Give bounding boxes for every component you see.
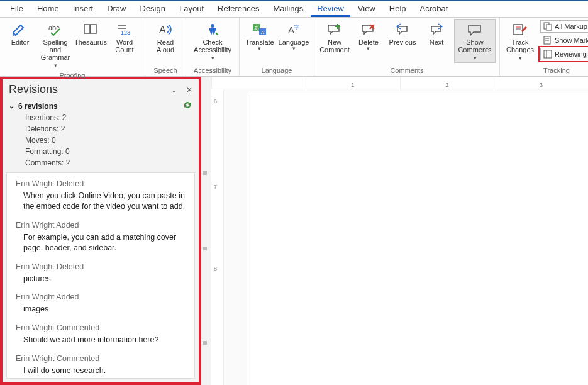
gutter-mark (203, 247, 207, 250)
tab-insert[interactable]: Insert (67, 1, 100, 17)
workspace: Revisions ⌄ ✕ ⌄ 6 revisions Insertions: … (0, 77, 588, 385)
revision-text: Should we add more information here? (16, 335, 186, 345)
document-area: 1 2 3 6 7 8 (201, 77, 588, 385)
group-accessibility: Check Accessibility ▾ Accessibility (186, 18, 240, 76)
thesaurus-icon (82, 22, 99, 37)
group-proofing: Editor abc Spelling and Grammar ▾ Thesau… (0, 18, 145, 76)
tab-file[interactable]: File (4, 1, 30, 17)
close-pane-icon[interactable]: ✕ (186, 86, 192, 94)
chevron-down-icon: ▾ (519, 55, 522, 61)
translate-icon: あA (251, 22, 269, 37)
svg-rect-2 (91, 25, 96, 33)
scroll-gutter[interactable] (201, 77, 211, 385)
tab-home[interactable]: Home (31, 1, 65, 17)
new-comment-label-1: New (328, 38, 341, 46)
markup-icon (543, 22, 552, 31)
language-button[interactable]: A字 Language▾ (277, 19, 310, 55)
reviewing-pane-icon (543, 50, 552, 59)
chevron-down-icon: ▾ (54, 62, 57, 69)
gutter-mark (203, 171, 207, 175)
translate-button[interactable]: あA Translate▾ (243, 19, 276, 55)
revision-item[interactable]: Erin Wright Commented I will do some res… (16, 354, 186, 376)
stat-deletions: Deletions: 2 (25, 123, 192, 135)
revision-item[interactable]: Erin Wright Added For example, you can a… (16, 221, 186, 254)
revision-meta: Erin Wright Added (16, 221, 186, 230)
vertical-ruler[interactable]: 6 7 8 (211, 89, 224, 385)
tab-references[interactable]: References (211, 1, 265, 17)
document-page[interactable] (247, 91, 588, 385)
track-changes-button[interactable]: Track Changes ▾ (504, 19, 536, 63)
summary-toggle-icon[interactable]: ⌄ (9, 102, 14, 110)
word-count-label-1: Word (116, 38, 133, 46)
svg-text:字: 字 (294, 25, 299, 30)
tab-help[interactable]: Help (383, 1, 413, 17)
revision-item[interactable]: Erin Wright Deleted When you click Onlin… (16, 179, 186, 212)
editor-button[interactable]: Editor (4, 19, 36, 55)
thesaurus-label: Thesaurus (74, 38, 107, 46)
word-count-label-2: Count (115, 46, 133, 53)
revision-text: For example, you can add a matching cove… (16, 232, 186, 254)
previous-comment-icon (394, 22, 411, 37)
tab-design[interactable]: Design (134, 1, 172, 17)
svg-rect-22 (546, 25, 552, 30)
tab-mailings[interactable]: Mailings (267, 1, 310, 17)
svg-text:A: A (159, 25, 166, 35)
previous-comment-button[interactable]: Previous (386, 19, 419, 55)
next-comment-label: Next (430, 38, 444, 46)
gutter-mark (203, 341, 207, 345)
spelling-icon: abc (47, 22, 64, 37)
delete-comment-button[interactable]: Delete▾ (352, 19, 385, 55)
tab-acrobat[interactable]: Acrobat (414, 1, 455, 17)
svg-text:あ: あ (254, 25, 259, 31)
chevron-down-icon: ▾ (292, 46, 296, 52)
collapse-pane-icon[interactable]: ⌄ (171, 86, 177, 94)
svg-text:123: 123 (121, 30, 130, 36)
revision-text: images (16, 304, 186, 315)
svg-rect-26 (544, 50, 552, 58)
chevron-down-icon: ▾ (474, 55, 477, 61)
tab-draw[interactable]: Draw (101, 1, 132, 17)
reviewing-pane-button[interactable]: Reviewing Pane ▾ (540, 48, 588, 60)
show-comments-icon (466, 22, 484, 37)
group-label-language: Language (243, 65, 310, 76)
stat-moves: Moves: 0 (25, 135, 192, 146)
next-comment-button[interactable]: Next (420, 19, 453, 55)
ruler-num: 2 (445, 82, 448, 88)
svg-text:A: A (288, 25, 294, 35)
vruler-num: 6 (214, 98, 217, 104)
revision-item[interactable]: Erin Wright Added images (16, 293, 186, 315)
tab-review[interactable]: Review (311, 1, 350, 17)
horizontal-ruler[interactable]: 1 2 3 (211, 77, 588, 89)
revision-meta: Erin Wright Commented (16, 354, 186, 363)
stat-comments: Comments: 2 (25, 157, 192, 169)
svg-rect-1 (84, 25, 90, 33)
read-aloud-icon: A (157, 22, 174, 37)
thesaurus-button[interactable]: Thesaurus (74, 19, 107, 55)
svg-rect-18 (514, 25, 523, 35)
new-comment-button[interactable]: New Comment (318, 19, 351, 55)
display-for-review-dropdown[interactable]: All Markup ▾ (540, 20, 588, 33)
show-markup-button[interactable]: Show Markup ▾ (540, 34, 588, 47)
revisions-list[interactable]: Erin Wright Deleted When you click Onlin… (6, 172, 195, 379)
delete-comment-icon (360, 22, 377, 37)
svg-text:A: A (261, 30, 265, 35)
revision-item[interactable]: Erin Wright Deleted pictures (16, 262, 186, 284)
tab-layout[interactable]: Layout (173, 1, 210, 17)
tab-view[interactable]: View (352, 1, 382, 17)
ruler-num: 1 (352, 82, 355, 88)
group-label-proofing: Proofing (4, 70, 141, 81)
read-aloud-button[interactable]: A Read Aloud (149, 19, 182, 55)
revisions-pane: Revisions ⌄ ✕ ⌄ 6 revisions Insertions: … (0, 77, 201, 385)
revision-item[interactable]: Erin Wright Commented Should we add more… (16, 323, 186, 345)
check-accessibility-button[interactable]: Check Accessibility ▾ (190, 19, 235, 63)
chevron-down-icon: ▾ (211, 55, 214, 61)
spelling-grammar-button[interactable]: abc Spelling and Grammar ▾ (38, 19, 73, 70)
next-comment-icon (428, 22, 445, 37)
word-count-button[interactable]: 123 Word Count (108, 19, 141, 55)
group-tracking: Track Changes ▾ All Markup ▾ Show Markup… (500, 18, 588, 76)
group-language: あA Translate▾ A字 Language▾ Language (240, 18, 314, 76)
refresh-icon[interactable] (182, 100, 192, 112)
language-icon: A字 (285, 22, 302, 37)
show-comments-button[interactable]: Show Comments ▾ (454, 19, 496, 63)
show-markup-label: Show Markup (555, 36, 588, 44)
